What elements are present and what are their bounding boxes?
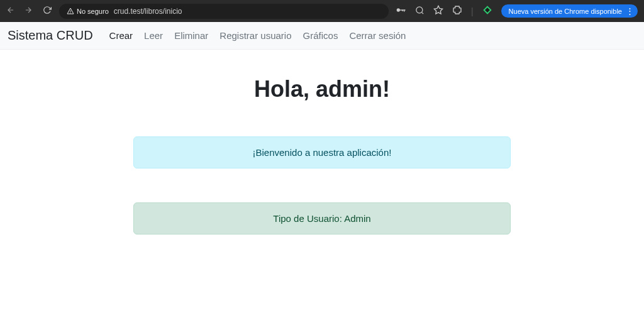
password-icon[interactable] [396,6,406,16]
welcome-alert: ¡Bienvenido a nuestra aplicación! [133,136,511,168]
navbar-brand[interactable]: Sistema CRUD [8,28,93,43]
divider: | [471,6,474,16]
app-navbar: Sistema CRUD Crear Leer Eliminar Registr… [0,22,644,50]
nav-link-cerrar[interactable]: Cerrar sesión [349,30,406,41]
reload-icon[interactable] [43,6,52,16]
nav-links: Crear Leer Eliminar Registrar usuario Gr… [109,30,406,41]
insecure-badge[interactable]: No seguro [67,8,109,15]
svg-rect-5 [402,9,402,11]
nav-arrows [6,6,52,16]
bookmark-star-icon[interactable] [433,5,443,17]
update-label: Nueva versión de Chrome disponible [509,8,622,15]
insecure-label: No seguro [77,8,109,15]
nav-link-crear[interactable]: Crear [109,30,133,41]
svg-marker-8 [434,6,442,14]
svg-point-1 [70,13,71,13]
nav-link-graficos[interactable]: Gráficos [303,30,338,41]
menu-dots-icon[interactable]: ⋮ [626,7,634,15]
page-title: Hola, admin! [133,76,511,102]
main-container: Hola, admin! ¡Bienvenido a nuestra aplic… [121,76,523,234]
nav-link-registrar[interactable]: Registrar usuario [219,30,291,41]
chrome-update-button[interactable]: Nueva versión de Chrome disponible ⋮ [501,4,638,18]
back-icon[interactable] [6,6,15,16]
svg-point-2 [397,8,400,11]
svg-line-7 [421,12,423,14]
browser-right-controls: | Nueva versión de Chrome disponible ⋮ [396,4,638,18]
forward-icon[interactable] [24,6,33,16]
zoom-icon[interactable] [415,6,425,17]
nav-link-eliminar[interactable]: Eliminar [174,30,208,41]
svg-point-6 [416,6,423,13]
svg-rect-4 [404,9,404,11]
extension-diamond-icon[interactable] [482,5,492,17]
extensions-icon[interactable] [452,5,462,17]
nav-link-leer[interactable]: Leer [144,30,163,41]
browser-chrome-bar: No seguro crud.test/libros/inicio | Nuev… [0,0,644,22]
usertype-alert: Tipo de Usuario: Admin [133,202,511,234]
url-bar[interactable]: No seguro crud.test/libros/inicio [59,4,389,19]
url-text: crud.test/libros/inicio [114,7,182,16]
